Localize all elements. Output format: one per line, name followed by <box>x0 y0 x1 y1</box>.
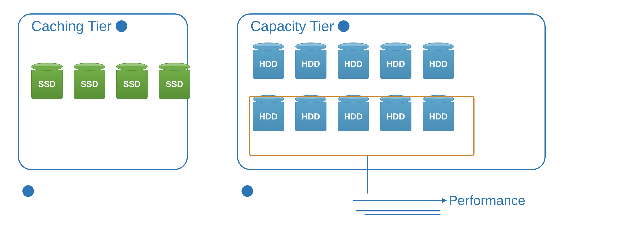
caching-tier-label: Caching Tier <box>31 18 127 35</box>
ssd-top-3 <box>116 63 148 71</box>
hdd-r1-disk-5: HDD <box>422 43 454 80</box>
hdd-r1-disk-4: HDD <box>380 43 412 80</box>
caching-tier-title: Caching Tier <box>31 18 112 35</box>
ssd-body-4: SSD <box>159 70 190 99</box>
hdd-r1-top-4 <box>380 43 412 51</box>
hdd-r2-disk-5: HDD <box>422 95 454 132</box>
hdd-r2-top-4 <box>380 95 412 103</box>
capacity-bottom-dot <box>242 185 253 197</box>
vertical-connector-line <box>367 155 368 193</box>
hdd-r2-label-5: HDD <box>429 112 448 121</box>
hdd-r1-top-5 <box>422 43 454 51</box>
hdd-r1-body-1: HDD <box>253 50 284 79</box>
hdd-r1-top-3 <box>338 43 369 51</box>
capacity-tier: Capacity Tier HDD HDD HDD <box>237 14 550 215</box>
capacity-tier-title: Capacity Tier <box>250 18 334 35</box>
performance-area: Performance <box>353 193 525 215</box>
hdd-r2-disk-2: HDD <box>295 95 326 132</box>
hdd-r1-top-2 <box>295 43 326 51</box>
capacity-tier-label: Capacity Tier <box>250 18 350 35</box>
hdd-r1-label-1: HDD <box>259 59 278 69</box>
hdd-r1-disk-3: HDD <box>338 43 369 80</box>
hdd-row-2: HDD HDD HDD HDD <box>253 95 454 132</box>
ssd-row: SSD SSD SSD SSD <box>31 63 190 100</box>
hdd-r1-label-3: HDD <box>344 59 362 69</box>
hdd-r2-top-3 <box>338 95 369 103</box>
hdd-r2-label-4: HDD <box>386 112 405 121</box>
ssd-disk-4: SSD <box>159 63 190 100</box>
hdd-r1-body-5: HDD <box>422 50 454 79</box>
hdd-r1-disk-2: HDD <box>295 43 326 80</box>
capacity-tier-border <box>237 14 546 170</box>
performance-label: Performance <box>448 193 525 208</box>
ssd-label-2: SSD <box>81 79 98 89</box>
perf-line-bottom <box>364 214 440 215</box>
hdd-r1-body-4: HDD <box>380 50 412 79</box>
ssd-label-4: SSD <box>166 79 183 89</box>
caching-tier: Caching Tier SSD SSD SSD <box>18 14 192 215</box>
caching-tier-dot <box>116 20 127 32</box>
hdd-r2-disk-4: HDD <box>380 95 412 132</box>
ssd-body-2: SSD <box>74 70 105 99</box>
hdd-r2-disk-3: HDD <box>338 95 369 132</box>
hdd-r2-top-2 <box>295 95 326 103</box>
performance-arrow-row: Performance <box>353 193 525 208</box>
caching-bottom-dot-circle <box>22 185 34 197</box>
hdd-r1-disk-1: HDD <box>253 43 284 80</box>
hdd-r1-label-5: HDD <box>429 59 448 69</box>
hdd-r2-body-4: HDD <box>380 102 412 131</box>
ssd-disk-3: SSD <box>116 63 148 100</box>
hdd-r2-body-3: HDD <box>338 102 369 131</box>
hdd-r1-top-1 <box>253 43 284 51</box>
ssd-top-1 <box>31 63 62 71</box>
ssd-disk-2: SSD <box>74 63 105 100</box>
ssd-top-2 <box>74 63 105 71</box>
hdd-r2-disk-1: HDD <box>253 95 284 132</box>
performance-double-lines <box>356 210 440 215</box>
hdd-r2-top-1 <box>253 95 284 103</box>
hdd-r2-body-1: HDD <box>253 102 284 131</box>
hdd-r1-body-3: HDD <box>338 50 369 79</box>
hdd-r1-label-2: HDD <box>302 59 320 69</box>
ssd-body-1: SSD <box>31 70 62 99</box>
ssd-disk-1: SSD <box>31 63 62 100</box>
hdd-r2-body-2: HDD <box>295 102 326 131</box>
hdd-r1-body-2: HDD <box>295 50 326 79</box>
ssd-body-3: SSD <box>116 70 148 99</box>
capacity-tier-dot <box>338 20 350 32</box>
performance-arrow-line <box>353 200 443 201</box>
hdd-r2-label-1: HDD <box>259 112 278 121</box>
ssd-label-3: SSD <box>123 79 141 89</box>
hdd-row-1: HDD HDD HDD HDD <box>253 43 454 80</box>
perf-line-top <box>356 210 440 211</box>
ssd-top-4 <box>159 63 190 71</box>
hdd-r1-label-4: HDD <box>386 59 405 69</box>
hdd-r2-body-5: HDD <box>422 102 454 131</box>
capacity-bottom-dot-circle <box>242 185 253 197</box>
hdd-r2-top-5 <box>422 95 454 103</box>
hdd-r2-label-3: HDD <box>344 112 362 121</box>
hdd-r2-label-2: HDD <box>302 112 320 121</box>
caching-bottom-dot <box>22 185 34 197</box>
main-container: Caching Tier SSD SSD SSD <box>0 0 644 247</box>
ssd-label-1: SSD <box>38 79 56 89</box>
